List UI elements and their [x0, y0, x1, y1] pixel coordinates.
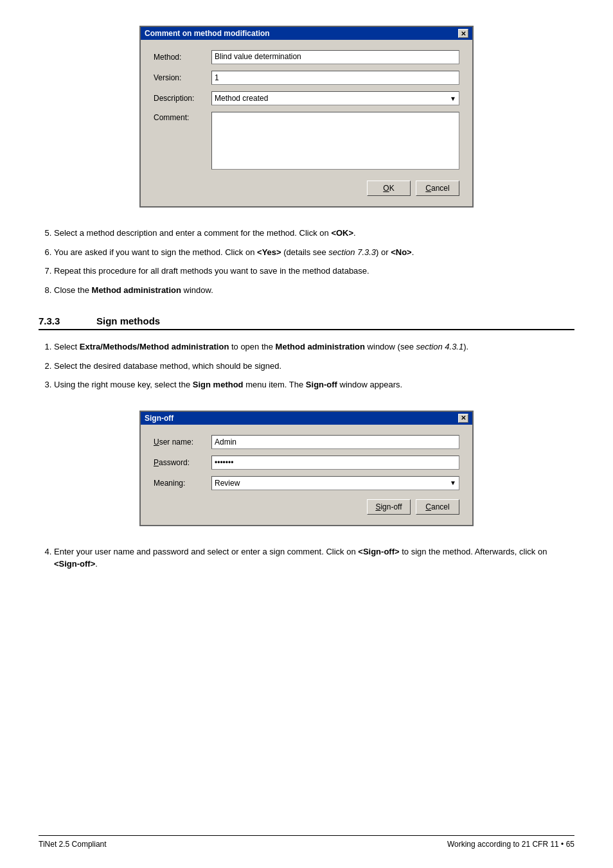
- comment-dialog: Comment on method modification ✕ Method:…: [139, 26, 474, 208]
- comment-field: [211, 112, 459, 172]
- footer-left: TiNet 2.5 Compliant: [39, 840, 107, 849]
- instruction-7: Repeat this procedure for all draft meth…: [54, 265, 574, 278]
- cancel-button-2[interactable]: Cancel: [416, 499, 459, 515]
- instruction-2: Select the desired database method, whic…: [54, 360, 574, 373]
- version-label: Version:: [154, 73, 211, 82]
- comment-dialog-titlebar: Comment on method modification ✕: [141, 27, 472, 40]
- username-input[interactable]: [211, 435, 459, 449]
- signoff-dialog-titlebar: Sign-off ✕: [141, 412, 472, 425]
- meaning-field: Review ▼: [211, 476, 459, 490]
- signoff-dialog-buttons: Sign-off Cancel: [154, 499, 459, 517]
- instructions-section-1: Select a method description and enter a …: [39, 227, 574, 296]
- password-input[interactable]: [211, 456, 459, 470]
- comment-dialog-buttons: OK Cancel: [154, 181, 459, 199]
- instruction-5: Select a method description and enter a …: [54, 227, 574, 240]
- signoff-button[interactable]: Sign-off: [367, 499, 411, 515]
- username-label-text: ser name:: [159, 438, 193, 447]
- meaning-label: Meaning:: [154, 479, 211, 488]
- instruction-6: You are asked if you want to sign the me…: [54, 246, 574, 259]
- method-value: Blind value determination: [211, 50, 459, 64]
- description-field: Method created ▼: [211, 91, 459, 105]
- instructions-section-2: Select Extra/Methods/Method administrati…: [39, 341, 574, 391]
- password-label: Password:: [154, 458, 211, 467]
- instruction-4: Enter your user name and password and se…: [54, 545, 574, 571]
- method-row: Method: Blind value determination: [154, 50, 459, 64]
- cancel-label: Cancel: [425, 184, 449, 193]
- description-select[interactable]: Method created ▼: [211, 91, 459, 105]
- cancel-button[interactable]: Cancel: [416, 181, 459, 196]
- signoff-dialog-body: User name: Password: Meaning: Review ▼: [141, 425, 472, 525]
- ok-label: OK: [383, 184, 394, 193]
- password-field: [211, 456, 459, 470]
- version-field: [211, 71, 459, 85]
- meaning-row: Meaning: Review ▼: [154, 476, 459, 490]
- method-label: Method:: [154, 53, 211, 62]
- instruction-1: Select Extra/Methods/Method administrati…: [54, 341, 574, 353]
- instruction-3: Using the right mouse key, select the Si…: [54, 378, 574, 391]
- ok-button[interactable]: OK: [367, 181, 411, 196]
- instruction-8: Close the Method administration window.: [54, 284, 574, 297]
- cancel-label-2: Cancel: [425, 502, 449, 511]
- section-number: 7.3.3: [39, 315, 84, 326]
- description-arrow-icon: ▼: [450, 95, 456, 102]
- section-heading: 7.3.3 Sign methods: [39, 315, 574, 330]
- signoff-dialog-title: Sign-off: [145, 414, 173, 423]
- comment-dialog-close[interactable]: ✕: [458, 29, 468, 38]
- password-label-text: assword:: [159, 458, 190, 467]
- comment-label: Comment:: [154, 112, 211, 122]
- instructions-section-3: Enter your user name and password and se…: [39, 545, 574, 571]
- meaning-arrow-icon: ▼: [450, 479, 456, 486]
- method-field: Blind value determination: [211, 50, 459, 64]
- section-title: Sign methods: [96, 315, 160, 326]
- meaning-value: Review: [215, 479, 240, 488]
- comment-dialog-body: Method: Blind value determination Versio…: [141, 40, 472, 206]
- username-field: [211, 435, 459, 449]
- comment-row: Comment:: [154, 112, 459, 172]
- meaning-select[interactable]: Review ▼: [211, 476, 459, 490]
- signoff-dialog-close[interactable]: ✕: [458, 414, 468, 423]
- password-row: Password:: [154, 456, 459, 470]
- comment-textarea[interactable]: [211, 112, 459, 170]
- comment-dialog-title: Comment on method modification: [145, 29, 270, 38]
- version-row: Version:: [154, 71, 459, 85]
- description-row: Description: Method created ▼: [154, 91, 459, 105]
- page-footer: TiNet 2.5 Compliant Working according to…: [39, 835, 574, 849]
- signoff-label: Sign-off: [375, 502, 402, 511]
- footer-right: Working according to 21 CFR 11 • 65: [447, 840, 574, 849]
- username-row: User name:: [154, 435, 459, 449]
- description-value: Method created: [215, 94, 268, 103]
- signoff-dialog: Sign-off ✕ User name: Password: Meaning:…: [139, 411, 474, 526]
- username-label: User name:: [154, 438, 211, 447]
- version-input[interactable]: [211, 71, 459, 85]
- description-label: Description:: [154, 94, 211, 103]
